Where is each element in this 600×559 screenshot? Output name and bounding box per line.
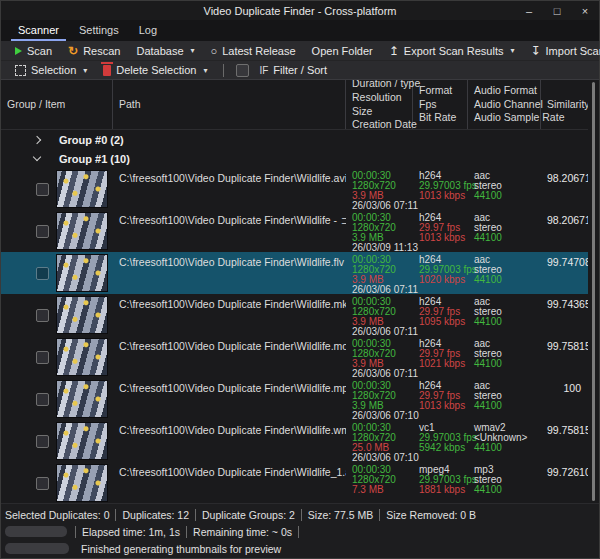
status-bar: Selected Duplicates: 0Duplicates: 12Dupl… (1, 503, 599, 558)
scan-button[interactable]: Scan (7, 41, 60, 60)
row-checkbox[interactable] (36, 393, 49, 406)
selection-button[interactable]: Selection ▾ (7, 61, 95, 79)
audio-details: wmav2<Unknown>44100 (468, 420, 541, 462)
table-row[interactable]: C:\freesoft100\Video Duplicate Finder\Wi… (1, 336, 599, 378)
table-row[interactable]: C:\freesoft100\Video Duplicate Finder\Wi… (1, 252, 599, 294)
media-details: 00:00:301280x7203.9 MB26/03/06 07:10 (346, 378, 413, 420)
audio-details: aacstereo44100 (468, 336, 541, 378)
tab-settings[interactable]: Settings (72, 21, 126, 41)
row-checkbox[interactable] (36, 267, 49, 280)
table-row[interactable]: C:\freesoft100\Video Duplicate Finder\Wi… (1, 462, 599, 503)
latest-release-label: Latest Release (222, 45, 295, 57)
export-icon: ↥ (389, 44, 399, 58)
row-checkbox[interactable] (36, 309, 49, 322)
chevron-down-icon: ▾ (83, 66, 87, 75)
file-path: C:\freesoft100\Video Duplicate Finder\Wi… (113, 336, 346, 378)
column-header-path[interactable]: Path (113, 80, 346, 129)
release-icon: ○ (211, 45, 218, 57)
column-header-audio[interactable]: Audio Format Audio Channel Audio Sample … (468, 80, 541, 129)
minimize-button[interactable]: – (515, 1, 543, 20)
import-scan-results-button[interactable]: ↧ Import Scan Results ▾ (522, 41, 600, 60)
format-line: 1013 kbps (419, 401, 462, 411)
maximize-button[interactable]: □ (543, 1, 571, 20)
audio-line: 44100 (474, 275, 535, 285)
group-row[interactable]: Group #1 (10) (1, 149, 599, 168)
filter-sort-button[interactable]: IF Filter / Sort (257, 61, 335, 79)
audio-line: 44100 (474, 359, 535, 369)
similarity-value: 98.20671 (541, 168, 589, 210)
row-checkbox[interactable] (36, 435, 49, 448)
chevron-down-icon: ▾ (203, 66, 207, 75)
row-select-cell (1, 462, 113, 503)
filter-sort-icon: IF (259, 65, 268, 76)
elapsed-time: Elapsed time: 1m, 1s (82, 526, 180, 538)
selection-label: Selection (31, 64, 76, 76)
delete-selection-button[interactable]: Delete Selection ▾ (95, 61, 215, 79)
filter-checkbox[interactable] (236, 64, 249, 77)
video-thumbnail (56, 212, 108, 250)
table-row[interactable]: C:\freesoft100\Video Duplicate Finder\Wi… (1, 294, 599, 336)
export-scan-results-button[interactable]: ↥ Export Scan Results ▾ (381, 41, 523, 60)
table-row[interactable]: C:\freesoft100\Video Duplicate Finder\Wi… (1, 210, 599, 252)
chevron-down-icon: ▾ (510, 46, 514, 55)
vertical-scrollbar[interactable] (588, 80, 599, 503)
row-checkbox[interactable] (36, 477, 49, 490)
video-thumbnail (56, 296, 108, 334)
format-details: h26429.97 fps1013 kbps (413, 378, 468, 420)
selection-icon (15, 65, 26, 76)
rescan-button[interactable]: ↻ Rescan (60, 41, 128, 60)
row-checkbox[interactable] (36, 225, 49, 238)
row-select-cell (1, 252, 113, 294)
header-label: Group / Item (7, 98, 106, 112)
similarity-value: 99.74365 (541, 294, 589, 336)
row-checkbox[interactable] (36, 183, 49, 196)
file-path: C:\freesoft100\Video Duplicate Finder\Wi… (113, 168, 346, 210)
table-row[interactable]: C:\freesoft100\Video Duplicate Finder\Wi… (1, 168, 599, 210)
similarity-value: 100 (541, 378, 589, 420)
row-select-cell (1, 168, 113, 210)
import-label: Import Scan Results (546, 45, 600, 57)
video-thumbnail (56, 422, 108, 460)
tab-bar: Scanner Settings Log (1, 20, 599, 41)
progress-bar (5, 543, 69, 554)
format-details: vc129.97003 fps5942 kbps (413, 420, 468, 462)
status-message-row: Finished generating thumbnails for previ… (5, 540, 595, 557)
scrollbar-thumb[interactable] (592, 82, 595, 501)
audio-details: aacstereo44100 (468, 378, 541, 420)
status-item: Duplicates: 12 (122, 509, 189, 521)
app-window: Video Duplicate Finder - Cross-platform … (0, 0, 600, 559)
row-checkbox[interactable] (36, 351, 49, 364)
audio-details: aacstereo44100 (468, 210, 541, 252)
table-row[interactable]: C:\freesoft100\Video Duplicate Finder\Wi… (1, 378, 599, 420)
format-line: 1095 kbps (419, 317, 462, 327)
close-button[interactable]: × (571, 1, 599, 20)
database-button[interactable]: Database ▾ (128, 41, 202, 60)
column-header-format[interactable]: Format Fps Bit Rate (413, 80, 468, 129)
progress-bar (5, 526, 67, 537)
tab-log[interactable]: Log (132, 21, 164, 41)
table-row[interactable]: C:\freesoft100\Video Duplicate Finder\Wi… (1, 420, 599, 462)
status-separator (115, 509, 116, 521)
chevron-right-icon[interactable] (33, 135, 41, 143)
column-header-duration[interactable]: Duration / type Resolution Size Creation… (346, 80, 413, 129)
media-details: 00:00:301280x7203.9 MB26/03/06 07:11 (346, 252, 413, 294)
group-row[interactable]: Group #0 (2) (1, 130, 599, 149)
video-thumbnail (56, 380, 108, 418)
row-select-cell (1, 420, 113, 462)
tab-scanner[interactable]: Scanner (11, 21, 66, 41)
chevron-down-icon[interactable] (33, 153, 41, 161)
file-path: C:\freesoft100\Video Duplicate Finder\Wi… (113, 378, 346, 420)
column-header-similarity[interactable]: Similarity (541, 80, 589, 129)
status-item: Size Removed: 0 B (386, 509, 476, 521)
column-header-group-item[interactable]: Group / Item (1, 80, 113, 129)
latest-release-button[interactable]: ○ Latest Release (203, 41, 304, 60)
file-path: C:\freesoft100\Video Duplicate Finder\Wi… (113, 294, 346, 336)
scan-label: Scan (27, 45, 52, 57)
row-select-cell (1, 294, 113, 336)
window-title: Video Duplicate Finder - Cross-platform (1, 5, 599, 17)
open-folder-button[interactable]: Open Folder (304, 41, 381, 60)
status-separator (75, 526, 76, 538)
audio-line: 44100 (474, 443, 535, 453)
file-path: C:\freesoft100\Video Duplicate Finder\Wi… (113, 420, 346, 462)
format-details: h26429.97 fps1013 kbps (413, 210, 468, 252)
